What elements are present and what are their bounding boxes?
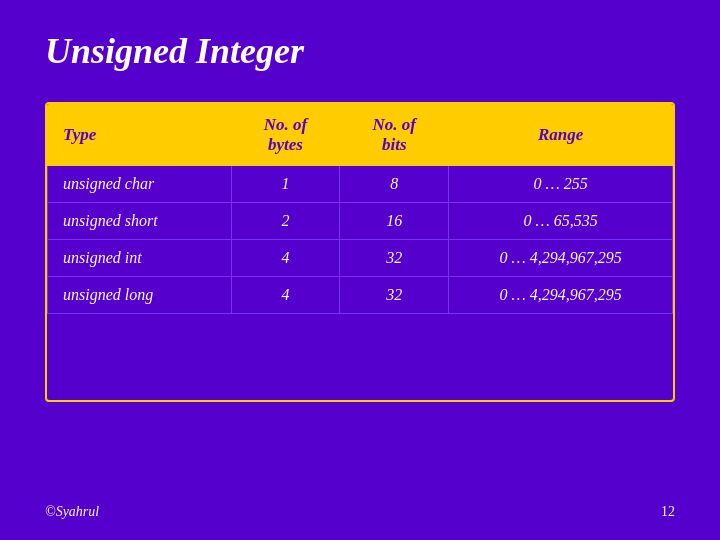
cell-bits-1: 16 — [340, 203, 449, 240]
table-row: unsigned short 2 16 0 … 65,535 — [48, 203, 673, 240]
cell-bytes-2: 4 — [231, 240, 340, 277]
col-header-bits: No. ofbits — [340, 105, 449, 166]
cell-type-0: unsigned char — [48, 166, 232, 203]
cell-range-0: 0 … 255 — [449, 166, 673, 203]
cell-range-2: 0 … 4,294,967,295 — [449, 240, 673, 277]
table-row: unsigned long 4 32 0 … 4,294,967,295 — [48, 277, 673, 314]
cell-bytes-3: 4 — [231, 277, 340, 314]
col-header-range: Range — [449, 105, 673, 166]
slide-title: Unsigned Integer — [45, 30, 675, 72]
table-body: unsigned char 1 8 0 … 255 unsigned short… — [48, 166, 673, 314]
cell-bits-2: 32 — [340, 240, 449, 277]
cell-range-1: 0 … 65,535 — [449, 203, 673, 240]
table-row: unsigned int 4 32 0 … 4,294,967,295 — [48, 240, 673, 277]
col-header-type: Type — [48, 105, 232, 166]
table-header-row: Type No. ofbytes No. ofbits Range — [48, 105, 673, 166]
cell-range-3: 0 … 4,294,967,295 — [449, 277, 673, 314]
cell-type-1: unsigned short — [48, 203, 232, 240]
data-table-wrapper: Type No. ofbytes No. ofbits Range unsign… — [45, 102, 675, 402]
slide: Unsigned Integer Type No. ofbytes No. of… — [0, 0, 720, 540]
col-header-bytes: No. ofbytes — [231, 105, 340, 166]
data-table: Type No. ofbytes No. ofbits Range unsign… — [47, 104, 673, 314]
cell-type-2: unsigned int — [48, 240, 232, 277]
cell-bytes-0: 1 — [231, 166, 340, 203]
slide-footer: ©Syahrul 12 — [45, 494, 675, 520]
footer-copyright: ©Syahrul — [45, 504, 99, 520]
cell-bits-3: 32 — [340, 277, 449, 314]
footer-page-number: 12 — [661, 504, 675, 520]
table-row: unsigned char 1 8 0 … 255 — [48, 166, 673, 203]
cell-bits-0: 8 — [340, 166, 449, 203]
cell-bytes-1: 2 — [231, 203, 340, 240]
cell-type-3: unsigned long — [48, 277, 232, 314]
